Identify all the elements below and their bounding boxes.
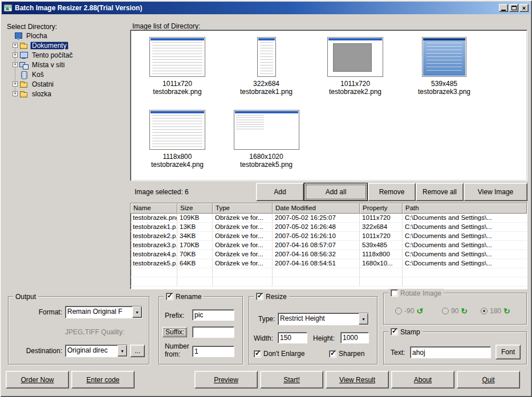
table-row[interactable]: testobrazek4.p... 70KB Obrázek ve for...… — [131, 250, 527, 259]
column-header[interactable]: Path — [403, 203, 527, 214]
table-row[interactable]: testobrazek3.p... 170KB Obrázek ve for..… — [131, 241, 527, 250]
list-action-button[interactable]: Remove all — [416, 183, 464, 201]
rotate-option[interactable]: 180 ↻ — [481, 307, 510, 315]
action-button[interactable]: Start! — [260, 371, 323, 388]
list-action-button[interactable]: Add all — [304, 183, 368, 201]
browse-button[interactable]: ... — [130, 345, 145, 357]
thumbnail-item[interactable]: 322x684 testobrazek1.png — [222, 34, 311, 107]
prefix-input[interactable] — [192, 309, 234, 321]
tree-item-label[interactable]: Plocha — [25, 32, 49, 40]
directory-tree: Plocha + Dokumenty + Tento počítač + Mís… — [7, 31, 124, 99]
title-bar[interactable]: Batch Image Resizer 2.88(Trial Version) … — [2, 2, 530, 14]
thumbnail-filename: testobrazek5.png — [240, 161, 293, 169]
rotate-radio[interactable] — [481, 308, 488, 314]
thumbnail-item[interactable]: 1011x720 testobrazek2.png — [311, 34, 400, 107]
list-action-button[interactable]: Add — [256, 183, 304, 201]
tree-item-label[interactable]: Ostatni — [30, 80, 55, 88]
sharpen-checkbox[interactable] — [329, 350, 336, 358]
rotate-option[interactable]: -90 ↺ — [395, 307, 423, 315]
resize-checkbox[interactable] — [256, 293, 263, 300]
cell-date-modified: 2007-05-02 16:25:07 — [273, 214, 360, 223]
cell-type: Obrázek ve for... — [213, 232, 273, 241]
action-button[interactable]: Order Now — [6, 371, 69, 388]
cell-size: 70KB — [177, 250, 213, 259]
list-action-button[interactable]: View Image — [464, 183, 527, 201]
format-select[interactable]: Remain Original F ▼ — [65, 306, 143, 318]
tree-item[interactable]: + Místa v síti — [7, 60, 124, 69]
minimize-button[interactable] — [499, 4, 508, 12]
table-row[interactable]: testobrazek1.p... 13KB Obrázek ve for...… — [131, 223, 527, 232]
tree-item[interactable]: + slozka — [7, 89, 124, 99]
height-input[interactable] — [340, 332, 369, 343]
tree-item-label[interactable]: Tento počítač — [30, 51, 74, 59]
selected-count-label: Image selected: 6 — [130, 188, 256, 196]
rotate-radio[interactable] — [395, 308, 402, 314]
column-header[interactable]: Property — [360, 203, 403, 214]
destination-select[interactable]: Original direc ▼ — [65, 345, 128, 357]
thumbnail-item[interactable]: 1680x1020 testobrazek5.png — [222, 107, 311, 179]
column-header[interactable]: Date Modified — [273, 203, 360, 214]
action-button[interactable]: Quit — [457, 371, 520, 388]
tree-expander-icon[interactable]: + — [13, 43, 18, 48]
column-header[interactable]: Size — [177, 203, 213, 214]
rename-checkbox[interactable] — [166, 293, 173, 300]
stamp-text-input[interactable] — [410, 346, 491, 358]
thumbnail-image[interactable] — [422, 37, 466, 77]
font-button[interactable]: Font — [496, 345, 521, 359]
stamp-checkbox[interactable] — [391, 328, 398, 335]
rotate-option-label: 180 — [490, 307, 501, 315]
action-button[interactable]: View Result — [326, 371, 389, 388]
rename-group: Rename Prefix: Suffix: Number from: — [159, 296, 243, 365]
tree-expander-icon[interactable]: + — [13, 91, 18, 96]
thumbnail-image[interactable] — [234, 110, 299, 150]
action-button-row: Order Now Enter code Preview Start! View… — [6, 371, 527, 388]
app-icon — [3, 3, 13, 13]
chevron-down-icon[interactable]: ▼ — [359, 313, 368, 325]
thumbnail-item[interactable]: 1011x720 testobrazek.png — [133, 34, 222, 107]
list-action-button[interactable]: Remove — [368, 183, 416, 201]
tree-item[interactable]: + Ostatni — [7, 79, 124, 89]
thumbnail-item[interactable]: 539x485 testobrazek3.png — [400, 34, 489, 107]
dont-enlarge-checkbox[interactable] — [254, 350, 261, 358]
tree-item-label[interactable]: Koš — [30, 71, 46, 79]
rotate-checkbox[interactable] — [391, 289, 398, 297]
number-from-input[interactable] — [192, 346, 234, 357]
thumbnail-item[interactable]: 1118x800 testobrazek4.png — [133, 107, 222, 179]
chevron-down-icon[interactable]: ▼ — [117, 345, 127, 357]
tree-item-label[interactable]: Dokumenty — [30, 42, 68, 50]
tree-item[interactable]: + Tento počítač — [7, 50, 124, 60]
column-header[interactable]: Name — [131, 203, 177, 214]
close-button[interactable]: × — [519, 4, 529, 12]
thumbnail-image[interactable] — [149, 37, 205, 77]
maximize-button[interactable] — [509, 4, 518, 12]
tree-item[interactable]: + Dokumenty — [7, 40, 124, 50]
quality-label: JPEG,TIFF Quality: — [65, 328, 124, 336]
chevron-down-icon[interactable]: ▼ — [132, 306, 142, 318]
select-directory-label: Select Directory: — [7, 23, 57, 31]
cell-name: testobrazek3.p... — [131, 241, 177, 250]
tree-item[interactable]: Koš — [7, 69, 124, 79]
thumbnail-image[interactable] — [327, 37, 383, 77]
tree-expander-icon[interactable]: + — [13, 81, 18, 87]
action-button[interactable]: Preview — [194, 371, 258, 388]
width-input[interactable] — [278, 332, 307, 343]
thumbnail-image[interactable] — [149, 110, 205, 150]
tree-expander-icon[interactable]: + — [13, 52, 18, 58]
tree-expander-icon[interactable]: + — [13, 62, 18, 67]
tree-item[interactable]: Plocha — [7, 31, 124, 40]
table-row[interactable]: testobrazek5.p... 64KB Obrázek ve for...… — [131, 259, 527, 268]
tree-item-label[interactable]: Místa v síti — [30, 61, 66, 69]
action-button[interactable]: About — [391, 371, 454, 388]
action-button[interactable]: Enter code — [71, 371, 135, 388]
thumbnail-image[interactable] — [257, 37, 276, 77]
column-header[interactable]: Type — [213, 203, 273, 214]
suffix-input[interactable] — [192, 326, 234, 338]
suffix-button[interactable]: Suffix: — [163, 327, 187, 337]
table-row[interactable]: testobrazek.png 109KB Obrázek ve for... … — [131, 214, 527, 223]
rotate-option[interactable]: 90 ↻ — [442, 307, 468, 315]
resize-type-select[interactable]: Restrict Height ▼ — [278, 313, 369, 325]
rotate-radio[interactable] — [442, 308, 449, 314]
tree-item-label[interactable]: slozka — [30, 90, 53, 98]
table-row[interactable]: testobrazek2.p... 34KB Obrázek ve for...… — [131, 232, 527, 241]
folder-icon — [19, 80, 29, 88]
